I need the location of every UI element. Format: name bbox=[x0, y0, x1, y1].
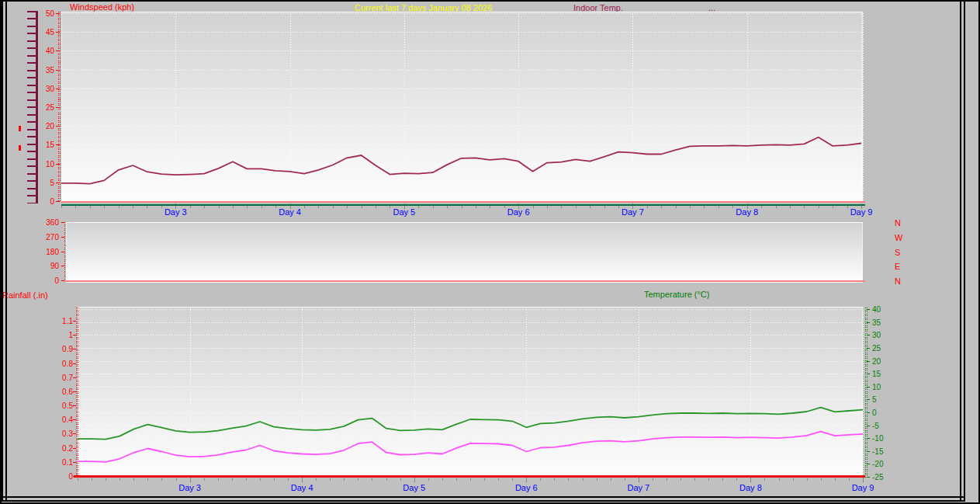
temperature-ytick-label: -25 bbox=[872, 473, 895, 481]
temperature-chart-title: Temperature (°C) bbox=[644, 290, 709, 299]
temperature-ytick-label: -5 bbox=[872, 422, 895, 430]
wind-direction-compass-label: W bbox=[895, 233, 902, 242]
wind-direction-ytick-label: 180 bbox=[36, 248, 59, 256]
rainfall-temperature-xtick-label: Day 7 bbox=[623, 483, 654, 492]
temperature-ytick-label: 5 bbox=[872, 395, 895, 404]
temperature-ytick-label: 30 bbox=[872, 331, 895, 339]
rainfall-ytick-label: 0.2 bbox=[48, 444, 73, 453]
windspeed-xtick-label: Day 8 bbox=[732, 207, 763, 217]
windspeed-xtick-label: Day 6 bbox=[503, 207, 534, 217]
windspeed-xtick-label: Day 4 bbox=[275, 207, 306, 217]
rainfall-temperature-xtick-label: Day 3 bbox=[175, 483, 206, 492]
wind-direction-plot bbox=[66, 222, 863, 283]
windspeed-chart-title: Windspeed (kph) bbox=[70, 2, 134, 12]
rainfall-ytick-label: 1 bbox=[48, 331, 73, 339]
wind-direction-compass-label: E bbox=[895, 262, 900, 271]
windspeed-xtick-label: Day 9 bbox=[846, 207, 877, 217]
temperature-ytick-label: 35 bbox=[872, 318, 895, 327]
window-frame-bottom bbox=[2, 496, 965, 502]
wind-direction-ytick-label: 0 bbox=[36, 276, 59, 285]
rainfall-ytick-label: 0.7 bbox=[48, 374, 73, 382]
rainfall-ytick-label: 0.5 bbox=[48, 401, 73, 410]
window-frame-left bbox=[2, 2, 7, 501]
rainfall-temperature-xtick-label: Day 4 bbox=[286, 483, 317, 492]
temperature-ytick-label: 10 bbox=[872, 383, 895, 391]
temperature-ytick-label: -15 bbox=[872, 447, 895, 456]
rainfall-ytick-label: 0.6 bbox=[48, 388, 73, 396]
wind-direction-ytick-label: 360 bbox=[36, 218, 59, 227]
temperature-ytick-label: -10 bbox=[872, 434, 895, 443]
rainfall-ytick-label: 0.8 bbox=[48, 360, 73, 368]
temperature-ytick-label: 40 bbox=[872, 305, 895, 314]
window-frame-right bbox=[960, 2, 965, 501]
rainfall-temperature-xtick-label: Day 5 bbox=[399, 483, 430, 492]
wind-direction-ytick-label: 90 bbox=[36, 262, 59, 270]
wind-direction-compass-label: N bbox=[895, 218, 901, 228]
ruler-marker bbox=[19, 145, 21, 151]
windspeed-plot bbox=[61, 12, 863, 203]
rainfall-ytick-label: 0.1 bbox=[48, 458, 73, 467]
rainfall-ytick-label: 0.3 bbox=[48, 429, 73, 438]
windspeed-xtick-label: Day 7 bbox=[617, 207, 648, 217]
wind-direction-compass-label: S bbox=[895, 248, 900, 257]
temperature-ytick-label: 15 bbox=[872, 370, 895, 378]
wind-direction-ytick-label: 270 bbox=[36, 233, 59, 242]
rainfall-ytick-label: 1.1 bbox=[48, 317, 73, 325]
windspeed-xtick-label: Day 5 bbox=[389, 207, 420, 217]
ruler-marker bbox=[19, 126, 21, 131]
weather-chart-window: Windspeed (kph) Current last 7 days Janu… bbox=[0, 0, 980, 504]
temperature-ytick-label: 20 bbox=[872, 357, 895, 366]
rainfall-temperature-xtick-label: Day 6 bbox=[511, 483, 542, 492]
wind-direction-compass-label: N bbox=[895, 276, 901, 286]
windspeed-scale-ruler bbox=[27, 11, 38, 203]
rainfall-ytick-label: 0 bbox=[48, 472, 73, 481]
temperature-ytick-label: -20 bbox=[872, 460, 895, 468]
temperature-ytick-label: 25 bbox=[872, 344, 895, 353]
temperature-ytick-label: 0 bbox=[872, 408, 895, 417]
rainfall-temperature-plot bbox=[78, 307, 863, 478]
rainfall-ytick-label: 0.4 bbox=[48, 415, 73, 424]
rainfall-temperature-xtick-label: Day 8 bbox=[735, 483, 766, 492]
rainfall-ytick-label: 0.9 bbox=[48, 345, 73, 353]
rainfall-temperature-xtick-label: Day 9 bbox=[847, 483, 878, 492]
windspeed-xtick-label: Day 3 bbox=[160, 207, 191, 217]
rainfall-axis-title: Rainfall (.in) bbox=[2, 290, 48, 300]
